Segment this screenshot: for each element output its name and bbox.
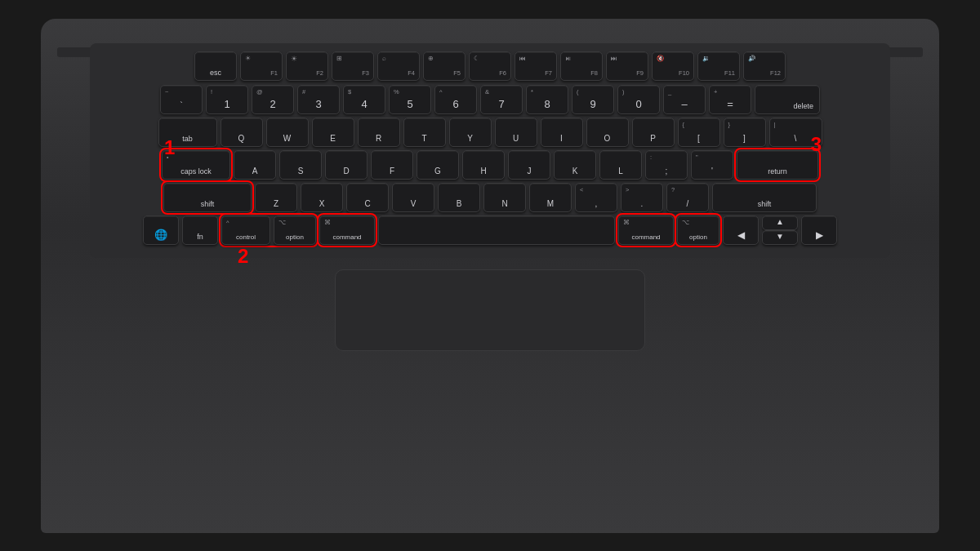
key-f11[interactable]: 🔉 F11 bbox=[697, 51, 740, 81]
key-option-left[interactable]: ⌥ option bbox=[274, 216, 316, 245]
key-command-right[interactable]: ⌘ command bbox=[618, 216, 674, 245]
key-2[interactable]: @ 2 bbox=[252, 85, 294, 114]
key-8[interactable]: * 8 bbox=[526, 85, 568, 114]
key-f4[interactable]: ⌕ F4 bbox=[377, 51, 420, 81]
laptop-body: esc ☀ F1 ☀ F2 ⊞ F3 ⌕ F4 ⊕ F5 bbox=[41, 19, 939, 533]
key-f10[interactable]: 🔇 F10 bbox=[652, 51, 694, 81]
key-i[interactable]: I bbox=[541, 118, 583, 147]
key-minus[interactable]: _ – bbox=[663, 85, 706, 114]
key-f8[interactable]: ⏯ F8 bbox=[560, 51, 603, 81]
key-semicolon[interactable]: : ; bbox=[645, 150, 688, 180]
key-g[interactable]: G bbox=[416, 150, 459, 180]
key-v[interactable]: V bbox=[392, 183, 434, 212]
key-fn[interactable]: fn bbox=[182, 216, 218, 245]
key-a[interactable]: A bbox=[234, 150, 276, 180]
key-arrow-up[interactable]: ▲ bbox=[762, 216, 798, 230]
key-caps-lock[interactable]: • caps lock 1 bbox=[162, 150, 230, 180]
key-control-left[interactable]: ^ control bbox=[221, 216, 270, 245]
key-esc[interactable]: esc bbox=[194, 51, 237, 81]
qwerty-row: tab Q W E R T Y U I O P { [ } ] | \ bbox=[98, 118, 882, 147]
key-return[interactable]: return 3 bbox=[737, 150, 818, 180]
key-u[interactable]: U bbox=[495, 118, 537, 147]
key-f5[interactable]: ⊕ F5 bbox=[423, 51, 466, 81]
key-option-right[interactable]: ⌥ option bbox=[677, 216, 719, 245]
key-period[interactable]: > . bbox=[621, 183, 663, 212]
key-3[interactable]: # 3 bbox=[297, 85, 340, 114]
key-y[interactable]: Y bbox=[449, 118, 492, 147]
key-shift-left[interactable]: shift bbox=[163, 183, 252, 212]
key-q[interactable]: Q bbox=[220, 118, 263, 147]
key-j[interactable]: J bbox=[508, 150, 550, 180]
key-comma[interactable]: < , bbox=[575, 183, 617, 212]
key-w[interactable]: W bbox=[266, 118, 309, 147]
key-f7[interactable]: ⏮ F7 bbox=[514, 51, 557, 81]
key-l[interactable]: L bbox=[599, 150, 642, 180]
key-arrow-right[interactable]: ▶ bbox=[801, 216, 837, 245]
key-equals[interactable]: + = bbox=[709, 85, 751, 114]
key-command-left[interactable]: ⌘ command bbox=[319, 216, 375, 245]
key-n[interactable]: N bbox=[483, 183, 526, 212]
key-0[interactable]: ) 0 bbox=[617, 85, 660, 114]
key-lbracket[interactable]: { [ bbox=[678, 118, 720, 147]
key-e[interactable]: E bbox=[312, 118, 354, 147]
keyboard-area: esc ☀ F1 ☀ F2 ⊞ F3 ⌕ F4 ⊕ F5 bbox=[90, 43, 890, 258]
key-slash[interactable]: ? / bbox=[666, 183, 709, 212]
key-f9[interactable]: ⏭ F9 bbox=[606, 51, 648, 81]
key-rbracket[interactable]: } ] bbox=[724, 118, 766, 147]
key-f6[interactable]: ☾ F6 bbox=[469, 51, 511, 81]
key-shift-right[interactable]: shift bbox=[712, 183, 817, 212]
key-m[interactable]: M bbox=[529, 183, 572, 212]
key-arrow-down[interactable]: ▼ bbox=[762, 230, 798, 245]
key-h[interactable]: H bbox=[462, 150, 505, 180]
key-f1[interactable]: ☀ F1 bbox=[240, 51, 283, 81]
key-space[interactable] bbox=[378, 216, 615, 245]
key-f2[interactable]: ☀ F2 bbox=[286, 51, 328, 81]
key-backtick[interactable]: ~ ` bbox=[160, 85, 203, 114]
key-t[interactable]: T bbox=[403, 118, 446, 147]
zxcv-row: shift Z X C V B N M < , > . ? / shift bbox=[98, 183, 882, 212]
key-b[interactable]: B bbox=[438, 183, 480, 212]
key-f3[interactable]: ⊞ F3 bbox=[332, 51, 374, 81]
key-globe[interactable]: 🌐 bbox=[143, 216, 179, 245]
key-f[interactable]: F bbox=[371, 150, 413, 180]
key-x[interactable]: X bbox=[301, 183, 343, 212]
key-d[interactable]: D bbox=[325, 150, 368, 180]
key-4[interactable]: $ 4 bbox=[343, 85, 385, 114]
key-9[interactable]: ( 9 bbox=[572, 85, 614, 114]
key-quote[interactable]: " ' bbox=[691, 150, 733, 180]
key-c[interactable]: C bbox=[346, 183, 389, 212]
key-1[interactable]: ! 1 bbox=[206, 85, 248, 114]
key-arrow-left[interactable]: ◀ bbox=[723, 216, 759, 245]
key-o[interactable]: O bbox=[586, 118, 629, 147]
key-f12[interactable]: 🔊 F12 bbox=[743, 51, 786, 81]
number-row: ~ ` ! 1 @ 2 # 3 $ 4 % 5 bbox=[98, 85, 882, 114]
asdf-row: • caps lock 1 A S D F G H J K L : ; " ' bbox=[98, 150, 882, 180]
key-z[interactable]: Z bbox=[255, 183, 297, 212]
trackpad[interactable] bbox=[335, 269, 645, 351]
key-delete[interactable]: delete bbox=[755, 85, 820, 114]
key-7[interactable]: & 7 bbox=[480, 85, 523, 114]
key-p[interactable]: P bbox=[632, 118, 675, 147]
key-6[interactable]: ^ 6 bbox=[434, 85, 477, 114]
key-k[interactable]: K bbox=[554, 150, 596, 180]
key-s[interactable]: S bbox=[279, 150, 322, 180]
key-5[interactable]: % 5 bbox=[389, 85, 431, 114]
key-r[interactable]: R bbox=[358, 118, 400, 147]
fn-row: esc ☀ F1 ☀ F2 ⊞ F3 ⌕ F4 ⊕ F5 bbox=[98, 51, 882, 81]
bottom-row: 🌐 fn ^ control ⌥ option 2 ⌘ bbox=[98, 216, 882, 245]
